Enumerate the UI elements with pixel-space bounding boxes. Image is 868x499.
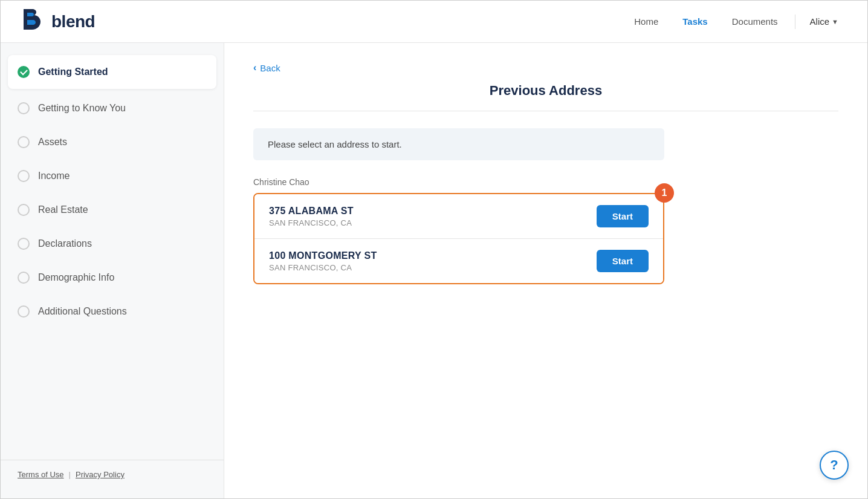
sidebar-item-label: Demographic Info — [38, 272, 114, 283]
logo-area: blend — [20, 9, 95, 34]
sidebar-item-label: Declarations — [38, 238, 92, 249]
address-city-2: SAN FRANCISCO, CA — [269, 263, 377, 272]
person-name: Christine Chao — [253, 177, 664, 187]
main-layout: Getting Started Getting to Know You Asse… — [1, 43, 867, 498]
page-title: Previous Address — [253, 83, 838, 111]
footer-links: Terms of Use | Privacy Policy — [18, 470, 207, 479]
empty-circle-icon — [18, 305, 30, 318]
back-button[interactable]: ‹ Back — [253, 62, 280, 73]
sidebar-item-declarations[interactable]: Declarations — [1, 227, 224, 261]
sidebar-item-demographic-info[interactable]: Demographic Info — [1, 261, 224, 295]
help-icon: ? — [830, 457, 838, 473]
chevron-left-icon: ‹ — [253, 62, 256, 73]
sidebar-item-label: Income — [38, 171, 70, 181]
nav-home[interactable]: Home — [622, 11, 670, 31]
sidebar-item-label: Assets — [38, 137, 67, 148]
sidebar-footer: Terms of Use | Privacy Policy — [1, 460, 224, 489]
header: blend Home Tasks Documents Alice ▼ — [1, 1, 867, 43]
help-button[interactable]: ? — [820, 451, 849, 480]
start-button-1[interactable]: Start — [597, 205, 649, 227]
sidebar-item-label: Getting Started — [38, 67, 108, 77]
info-banner-text: Please select an address to start. — [268, 139, 402, 149]
address-info-1: 375 ALABAMA ST SAN FRANCISCO, CA — [269, 206, 354, 227]
address-city-1: SAN FRANCISCO, CA — [269, 218, 354, 227]
start-button-2[interactable]: Start — [597, 250, 649, 272]
address-street-1: 375 ALABAMA ST — [269, 206, 354, 217]
sidebar-item-additional-questions[interactable]: Additional Questions — [1, 295, 224, 328]
chevron-down-icon: ▼ — [832, 18, 838, 25]
address-info-2: 100 MONTGOMERY ST SAN FRANCISCO, CA — [269, 250, 377, 272]
footer-pipe: | — [69, 470, 71, 479]
empty-circle-icon — [18, 238, 30, 250]
blend-logo-icon — [20, 9, 45, 34]
sidebar-item-assets[interactable]: Assets — [1, 125, 224, 159]
sidebar-nav: Getting Started Getting to Know You Asse… — [1, 53, 224, 460]
check-circle-icon — [18, 66, 30, 78]
empty-circle-icon — [18, 272, 30, 284]
sidebar: Getting Started Getting to Know You Asse… — [1, 43, 224, 498]
empty-circle-icon — [18, 102, 30, 114]
sidebar-item-income[interactable]: Income — [1, 159, 224, 193]
sidebar-item-getting-started[interactable]: Getting Started — [8, 55, 216, 89]
terms-of-use-link[interactable]: Terms of Use — [18, 470, 64, 479]
sidebar-item-label: Real Estate — [38, 204, 88, 215]
sidebar-item-real-estate[interactable]: Real Estate — [1, 193, 224, 227]
sidebar-item-label: Getting to Know You — [38, 103, 126, 114]
sidebar-item-label: Additional Questions — [38, 306, 127, 317]
address-row-2: 100 MONTGOMERY ST SAN FRANCISCO, CA Star… — [254, 238, 663, 283]
nav-documents[interactable]: Documents — [720, 11, 790, 31]
privacy-policy-link[interactable]: Privacy Policy — [76, 470, 125, 479]
nav-user-name: Alice — [810, 16, 830, 27]
sidebar-item-getting-to-know-you[interactable]: Getting to Know You — [1, 91, 224, 125]
address-row-1: 375 ALABAMA ST SAN FRANCISCO, CA Start — [254, 194, 663, 238]
badge-number: 1 — [655, 183, 674, 203]
logo-text: blend — [51, 12, 95, 31]
top-nav: Home Tasks Documents Alice ▼ — [622, 11, 848, 31]
empty-circle-icon — [18, 170, 30, 182]
nav-user[interactable]: Alice ▼ — [800, 11, 848, 31]
content-area: ‹ Back Previous Address Please select an… — [224, 43, 867, 498]
back-label: Back — [260, 63, 280, 73]
nav-tasks[interactable]: Tasks — [670, 11, 719, 31]
info-banner: Please select an address to start. — [253, 128, 664, 160]
empty-circle-icon — [18, 136, 30, 148]
address-street-2: 100 MONTGOMERY ST — [269, 250, 377, 261]
address-card-container: 375 ALABAMA ST SAN FRANCISCO, CA Start 1… — [253, 193, 664, 284]
nav-divider — [795, 15, 795, 29]
empty-circle-icon — [18, 204, 30, 216]
